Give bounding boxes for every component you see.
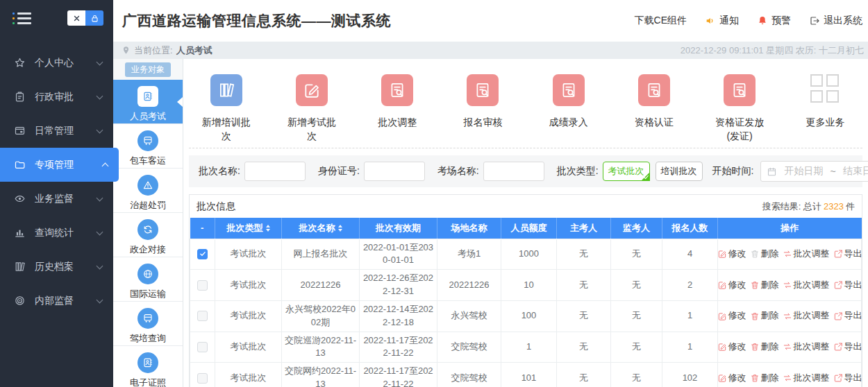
sidebar-item-label: 内部监督 bbox=[35, 295, 88, 307]
subsidebar-item-international-transport[interactable]: 国际运输 bbox=[113, 257, 183, 302]
batch-adjust-action[interactable]: 批次调整 bbox=[783, 309, 830, 322]
notice-link[interactable]: 通知 bbox=[705, 15, 739, 27]
batch-adjust-action[interactable]: 批次调整 bbox=[783, 279, 830, 292]
main-sidebar: 个人中心 行政审批 日常管理 专项管理 业务监督 查询统计 bbox=[0, 0, 113, 387]
cell-quota: 101 bbox=[501, 363, 557, 387]
lock-icon[interactable] bbox=[85, 10, 103, 26]
logout-label: 退出系统 bbox=[824, 15, 862, 27]
edit-action[interactable]: 修改 bbox=[717, 309, 746, 322]
cell-validity: 2022-11-17至2022-11-22 bbox=[360, 332, 437, 363]
cell-chief: 无 bbox=[557, 332, 611, 363]
edit-action[interactable]: 修改 bbox=[717, 279, 746, 292]
table-row: 考试批次 交院巡游2022-11-13 2022-11-17至2022-11-2… bbox=[190, 332, 862, 363]
subsidebar-item-driver-training-query[interactable]: 驾培查询 bbox=[113, 302, 183, 346]
subsidebar-item-personnel-exam[interactable]: 人员考试 bbox=[113, 80, 183, 124]
business-object-sidebar: 业务对象 人员考试 包车客运 治超处罚 政企对接 国际运输 驾培查询 电子 bbox=[113, 59, 183, 387]
summary-count: 2323 bbox=[824, 201, 844, 212]
score-entry-button[interactable]: 成绩录入 bbox=[526, 74, 611, 148]
id-number-input[interactable] bbox=[364, 162, 425, 181]
cell-quota: 10 bbox=[501, 270, 557, 301]
add-training-batch-button[interactable]: 新增培训批次 bbox=[183, 74, 269, 148]
qualification-certify-button[interactable]: 资格认证 bbox=[611, 74, 696, 148]
summary-suffix: 件 bbox=[846, 201, 855, 212]
delete-action[interactable]: 删除 bbox=[750, 309, 779, 322]
date-range-input[interactable]: 开始日期 ~ 结束日期 bbox=[760, 161, 868, 182]
column-batch-name[interactable]: 批次名称 bbox=[282, 218, 360, 239]
subsidebar-item-electronic-license[interactable]: 电子证照 bbox=[113, 346, 183, 387]
download-ce-link[interactable]: 下载CE组件 bbox=[635, 15, 687, 27]
subsidebar-item-charter-bus[interactable]: 包车客运 bbox=[113, 124, 183, 169]
logout-link[interactable]: 退出系统 bbox=[809, 15, 862, 27]
delete-action[interactable]: 删除 bbox=[750, 341, 779, 354]
batch-type-training-toggle[interactable]: 培训批次 bbox=[656, 162, 703, 181]
delete-action[interactable]: 删除 bbox=[750, 248, 779, 261]
chevron-down-icon bbox=[97, 126, 103, 133]
subsidebar-item-overload-penalty[interactable]: 治超处罚 bbox=[113, 169, 183, 213]
batch-adjust-action[interactable]: 批次调整 bbox=[783, 341, 830, 354]
cell-quota: 1000 bbox=[501, 239, 557, 270]
subsidebar-item-gov-enterprise[interactable]: 政企对接 bbox=[113, 213, 183, 257]
table-row: 考试批次 永兴驾校2022年002期 2022-12-14至2022-12-18… bbox=[190, 300, 862, 332]
cell-validity: 2022-12-14至2022-12-18 bbox=[360, 300, 437, 332]
column-operations: 操作 bbox=[718, 218, 862, 239]
sidebar-item-personal-center[interactable]: 个人中心 bbox=[0, 46, 113, 80]
export-action[interactable]: 导出 bbox=[833, 279, 862, 292]
table-header-row: - 批次类型 批次名称 批次有效期 场地名称 人员额度 主考人 监考人 报名人数… bbox=[190, 218, 862, 239]
sidebar-item-query-statistics[interactable]: 查询统计 bbox=[0, 216, 113, 250]
sidebar-item-business-supervision[interactable]: 业务监督 bbox=[0, 182, 113, 216]
cell-validity: 2022-01-01至2030-01-01 bbox=[360, 239, 437, 270]
cell-batch-name: 网上报名批次 bbox=[282, 239, 360, 270]
sidebar-item-internal-supervision[interactable]: 内部监督 bbox=[0, 284, 113, 318]
export-action[interactable]: 导出 bbox=[833, 372, 862, 385]
trash-icon bbox=[750, 311, 760, 321]
delete-action[interactable]: 删除 bbox=[750, 279, 779, 292]
export-action[interactable]: 导出 bbox=[833, 248, 862, 261]
delete-action[interactable]: 删除 bbox=[750, 372, 779, 385]
row-checkbox[interactable] bbox=[197, 373, 208, 384]
certificate-issue-button[interactable]: 资格证发放(发证) bbox=[697, 74, 783, 148]
globe-icon bbox=[137, 264, 158, 284]
close-icon[interactable] bbox=[67, 10, 85, 26]
bell-icon bbox=[757, 15, 768, 26]
tile-label: 报名审核 bbox=[456, 115, 510, 129]
doc-search-icon bbox=[553, 74, 585, 106]
more-business-button[interactable]: 更多业务 bbox=[783, 74, 868, 148]
cell-registered: 2 bbox=[662, 270, 718, 301]
column-validity: 批次有效期 bbox=[360, 218, 437, 239]
swap-icon bbox=[783, 280, 792, 290]
datetime-text: 2022-12-29 09:11:01 星期四 农历: 十二月初七 bbox=[681, 44, 864, 57]
tile-label: 成绩录入 bbox=[542, 115, 596, 129]
batch-type-exam-toggle[interactable]: 考试批次 bbox=[603, 162, 650, 181]
sidebar-item-admin-approval[interactable]: 行政审批 bbox=[0, 80, 113, 114]
batch-adjust-button[interactable]: 批次调整 bbox=[355, 74, 440, 148]
cell-registered: 1 bbox=[662, 332, 718, 363]
batch-name-input[interactable] bbox=[244, 162, 306, 181]
check-icon bbox=[199, 250, 206, 257]
row-checkbox-checked[interactable] bbox=[197, 249, 208, 259]
sidebar-item-history-archive[interactable]: 历史档案 bbox=[0, 250, 113, 284]
hamburger-menu-icon[interactable] bbox=[12, 12, 31, 24]
export-action[interactable]: 导出 bbox=[833, 341, 862, 354]
column-batch-type[interactable]: 批次类型 bbox=[215, 218, 282, 239]
sidebar-item-daily-management[interactable]: 日常管理 bbox=[0, 114, 113, 148]
row-checkbox[interactable] bbox=[197, 311, 208, 321]
sidebar-item-special-management[interactable]: 专项管理 bbox=[0, 148, 119, 182]
subsidebar-item-label: 驾培查询 bbox=[113, 332, 183, 345]
add-exam-batch-button[interactable]: 新增考试批次 bbox=[269, 74, 354, 148]
row-checkbox[interactable] bbox=[197, 280, 208, 291]
batch-adjust-action[interactable]: 批次调整 bbox=[783, 248, 830, 261]
exam-site-input[interactable] bbox=[483, 162, 544, 181]
edit-action[interactable]: 修改 bbox=[717, 372, 746, 385]
cell-registered: 102 bbox=[662, 363, 718, 387]
registration-review-button[interactable]: 报名审核 bbox=[440, 74, 526, 148]
export-action[interactable]: 导出 bbox=[833, 309, 862, 322]
warning-link[interactable]: 预警 bbox=[757, 15, 791, 27]
books-icon bbox=[14, 261, 26, 273]
hamburger-lines bbox=[17, 12, 31, 24]
batch-adjust-action[interactable]: 批次调整 bbox=[783, 372, 830, 385]
edit-action[interactable]: 修改 bbox=[717, 341, 746, 354]
row-checkbox[interactable] bbox=[197, 342, 208, 352]
edit-action[interactable]: 修改 bbox=[717, 248, 746, 261]
target-icon bbox=[14, 295, 26, 307]
doc-search-icon bbox=[638, 74, 670, 106]
